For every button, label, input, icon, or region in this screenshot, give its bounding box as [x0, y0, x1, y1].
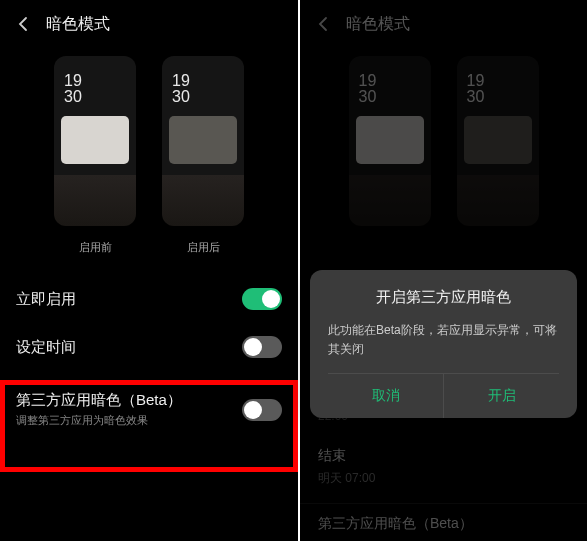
clock-hour: 19 — [172, 73, 190, 89]
end-value: 明天 07:00 — [318, 470, 569, 487]
preview-widget-dark — [464, 116, 532, 164]
row-schedule[interactable]: 设定时间 — [16, 323, 282, 371]
confirm-button[interactable]: 开启 — [444, 374, 559, 418]
page-title: 暗色模式 — [46, 14, 110, 35]
dialog-title: 开启第三方应用暗色 — [328, 288, 559, 307]
clock-minute: 30 — [172, 89, 190, 105]
preview-after: 19 30 启用后 — [162, 56, 244, 255]
back-icon[interactable] — [16, 16, 32, 32]
schedule-end[interactable]: 结束 明天 07:00 — [318, 437, 569, 501]
third-party-label: 第三方应用暗色（Beta） — [16, 391, 182, 410]
third-party-sub: 调整第三方应用为暗色效果 — [16, 413, 182, 428]
schedule-label: 设定时间 — [16, 338, 76, 357]
row-third-party[interactable]: 第三方应用暗色（Beta） — [300, 503, 587, 533]
row-enable-now[interactable]: 立即启用 — [16, 275, 282, 323]
preview-widget-light — [61, 116, 129, 164]
end-label: 结束 — [318, 447, 569, 465]
preview-before-label: 启用前 — [79, 240, 112, 255]
schedule-toggle[interactable] — [242, 336, 282, 358]
phone-preview-after: 19 30 — [162, 56, 244, 226]
enable-now-toggle[interactable] — [242, 288, 282, 310]
header: 暗色模式 — [300, 0, 587, 48]
back-icon[interactable] — [316, 16, 332, 32]
preview-clock: 19 30 — [172, 73, 190, 105]
clock-minute: 30 — [64, 89, 82, 105]
cancel-button[interactable]: 取消 — [328, 374, 444, 418]
third-party-label: 第三方应用暗色（Beta） — [318, 515, 473, 531]
header: 暗色模式 — [0, 0, 298, 48]
preview-clock: 19 30 — [467, 73, 485, 105]
preview-section: 19 30 19 30 — [300, 48, 587, 226]
phone-preview-before: 19 30 — [54, 56, 136, 226]
preview-widget-light — [356, 116, 424, 164]
clock-hour: 19 — [64, 73, 82, 89]
row-third-party[interactable]: 第三方应用暗色（Beta） 调整第三方应用为暗色效果 — [16, 371, 282, 439]
preview-after-label: 启用后 — [187, 240, 220, 255]
preview-section: 19 30 启用前 19 30 启用后 — [0, 48, 298, 255]
settings-list: 立即启用 设定时间 第三方应用暗色（Beta） 调整第三方应用为暗色效果 — [0, 255, 298, 439]
preview-clock: 19 30 — [359, 73, 377, 105]
preview-widget-dark — [169, 116, 237, 164]
enable-now-label: 立即启用 — [16, 290, 76, 309]
confirm-dialog: 开启第三方应用暗色 此功能在Beta阶段，若应用显示异常，可将其关闭 取消 开启 — [310, 270, 577, 418]
left-screen: 暗色模式 19 30 启用前 19 30 — [0, 0, 298, 541]
page-title: 暗色模式 — [346, 14, 410, 35]
right-screen: 暗色模式 19 30 — [300, 0, 587, 541]
preview-clock: 19 30 — [64, 73, 82, 105]
dialog-actions: 取消 开启 — [328, 373, 559, 418]
phone-preview-after: 19 30 — [457, 56, 539, 226]
preview-before: 19 30 启用前 — [54, 56, 136, 255]
third-party-toggle[interactable] — [242, 399, 282, 421]
dialog-body: 此功能在Beta阶段，若应用显示异常，可将其关闭 — [328, 321, 559, 359]
phone-preview-before: 19 30 — [349, 56, 431, 226]
